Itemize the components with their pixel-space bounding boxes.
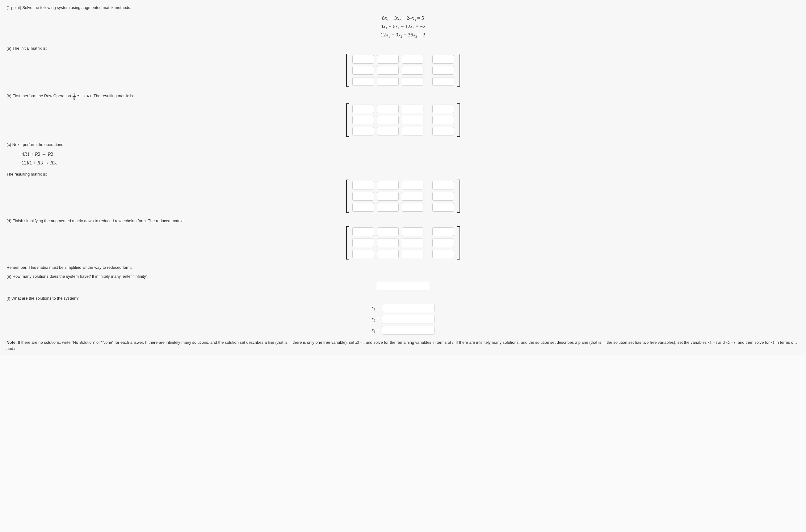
points-label: (1 point) [6, 5, 21, 10]
matrix-b-r2c4[interactable] [432, 116, 454, 125]
matrix-b-r2c3[interactable] [402, 116, 423, 125]
matrix-d-r3c2[interactable] [377, 250, 399, 258]
matrix-c-r2c1[interactable] [352, 192, 374, 201]
matrix-c-r3c1[interactable] [352, 203, 374, 212]
matrix-d-r3c1[interactable] [352, 250, 374, 258]
part-b-prefix: (b) First, perform the Row Operation [6, 94, 72, 98]
matrix-b-r1c4[interactable] [432, 104, 454, 113]
part-d-reminder: Remember: This matrix must be simplified… [6, 265, 800, 270]
prompt-text: Solve the following system using augment… [22, 5, 131, 10]
matrix-b [6, 103, 800, 137]
matrix-a-r2c4[interactable] [432, 66, 454, 75]
matrix-a-r3c3[interactable] [402, 77, 423, 86]
problem-container: (1 point) Solve the following system usi… [1, 1, 805, 356]
matrix-a-r2c1[interactable] [352, 66, 374, 75]
matrix-d-r1c2[interactable] [377, 227, 399, 236]
matrix-c-r3c4[interactable] [432, 203, 454, 212]
matrix-c-r1c1[interactable] [352, 181, 374, 189]
matrix-d-r3c4[interactable] [432, 250, 454, 258]
matrix-b-r3c1[interactable] [352, 127, 374, 135]
matrix-c-r2c4[interactable] [432, 192, 454, 201]
augment-divider [428, 107, 428, 134]
note-bold: Note: [6, 340, 17, 345]
matrix-d-r1c3[interactable] [402, 227, 423, 236]
matrix-a-r3c2[interactable] [377, 77, 399, 86]
x2-input[interactable] [382, 315, 435, 323]
x2-label: x2 = [371, 316, 380, 322]
matrix-b-r3c3[interactable] [402, 127, 423, 135]
part-a-label: (a) The initial matrix is: [6, 46, 800, 51]
solutions-count-input[interactable] [377, 282, 429, 290]
matrix-b-r3c4[interactable] [432, 127, 454, 135]
matrix-a-r2c2[interactable] [377, 66, 399, 75]
matrix-d-r2c1[interactable] [352, 239, 374, 247]
op-2: −12R1 + R3 → R3. [19, 158, 800, 168]
matrix-d-r2c2[interactable] [377, 239, 399, 247]
part-c-ops: −4R1 + R2 → R2 −12R1 + R3 → R3. [19, 150, 800, 168]
matrix-a-r1c3[interactable] [402, 55, 423, 63]
equation-3: 12x1 − 9x2 − 36x3 = 3 [6, 31, 800, 39]
matrix-c-r2c2[interactable] [377, 192, 399, 201]
matrix-d [6, 226, 800, 260]
matrix-a-r3c1[interactable] [352, 77, 374, 86]
matrix-c [6, 179, 800, 213]
frac-num: 1 [73, 93, 76, 97]
matrix-b-r1c1[interactable] [352, 104, 374, 113]
matrix-c-r2c3[interactable] [402, 192, 423, 201]
equation-system: 8x1 − 3x2 − 24x3 = 5 4x1 − 6x2 − 12x3 = … [6, 14, 800, 39]
matrix-d-r2c4[interactable] [432, 239, 454, 247]
matrix-a-r3c4[interactable] [432, 77, 454, 86]
augment-divider [428, 229, 428, 256]
matrix-a [6, 54, 800, 87]
part-c-result-label: The resulting matrix is: [6, 172, 800, 176]
x3-label: x3 = [371, 327, 380, 333]
matrix-b-r1c2[interactable] [377, 104, 399, 113]
problem-prompt: (1 point) Solve the following system usi… [6, 5, 800, 10]
x3-input[interactable] [382, 326, 435, 335]
part-f-label: (f) What are the solutions to the system… [6, 296, 800, 301]
part-d-label: (d) Finish simplifying the augmented mat… [6, 218, 800, 223]
matrix-c-r1c2[interactable] [377, 181, 399, 189]
equation-2: 4x1 − 6x2 − 12x3 = −2 [6, 22, 800, 31]
augment-divider [428, 57, 428, 84]
matrix-d-r1c4[interactable] [432, 227, 454, 236]
matrix-d-r3c3[interactable] [402, 250, 423, 258]
matrix-c-r1c4[interactable] [432, 181, 454, 189]
frac-den: 8 [73, 97, 76, 100]
op-1: −4R1 + R2 → R2 [19, 150, 800, 159]
matrix-b-r3c2[interactable] [377, 127, 399, 135]
solutions-block: x1 = x2 = x3 = [6, 304, 800, 335]
matrix-b-r1c3[interactable] [402, 104, 423, 113]
matrix-c-r3c2[interactable] [377, 203, 399, 212]
x1-input[interactable] [382, 304, 435, 312]
note-text: If there are no solutions, write "No Sol… [6, 340, 797, 351]
matrix-a-r2c3[interactable] [402, 66, 423, 75]
note-block: Note: If there are no solutions, write "… [6, 339, 800, 352]
part-b-label: (b) First, perform the Row Operation 18R… [6, 93, 800, 100]
matrix-d-r1c1[interactable] [352, 227, 374, 236]
matrix-c-r3c3[interactable] [402, 203, 423, 212]
matrix-b-r2c2[interactable] [377, 116, 399, 125]
matrix-c-r1c3[interactable] [402, 181, 423, 189]
equation-1: 8x1 − 3x2 − 24x3 = 5 [6, 14, 800, 22]
part-b-suffix: . The resulting matrix is: [91, 94, 134, 98]
augment-divider [428, 183, 428, 210]
part-e-label: (e) How many solutions does the system h… [6, 274, 800, 279]
x1-label: x1 = [371, 305, 380, 311]
matrix-a-r1c2[interactable] [377, 55, 399, 63]
matrix-a-r1c1[interactable] [352, 55, 374, 63]
matrix-d-r2c3[interactable] [402, 239, 423, 247]
matrix-a-r1c4[interactable] [432, 55, 454, 63]
matrix-b-r2c1[interactable] [352, 116, 374, 125]
part-c-intro: (c) Next, perform the operations [6, 142, 800, 147]
